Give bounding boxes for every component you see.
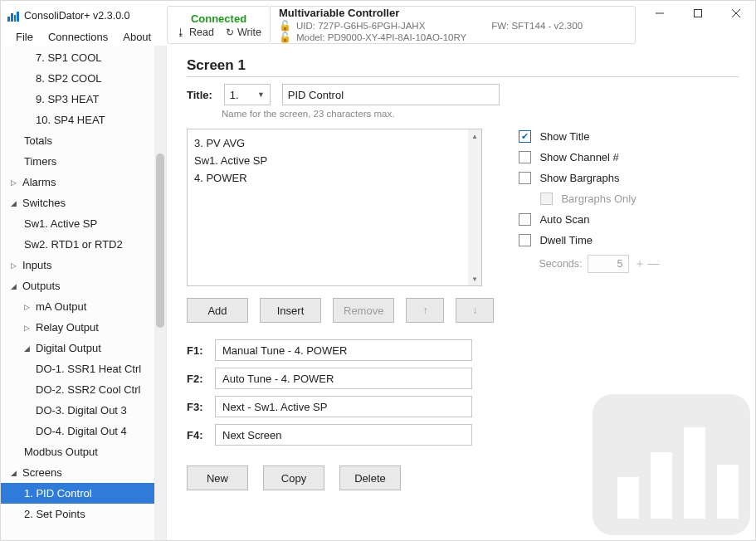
- lock-icon-2: 🔓: [279, 32, 291, 43]
- chevron-right-icon: ▷: [11, 178, 19, 187]
- tree-item[interactable]: 8. SP2 COOL: [1, 68, 154, 89]
- tree-item[interactable]: ▷Inputs: [1, 255, 154, 275]
- insert-button[interactable]: Insert: [260, 298, 321, 323]
- auto-scan-checkbox[interactable]: [519, 213, 531, 226]
- tree-item-label: DO-1. SSR1 Heat Ctrl: [36, 363, 141, 375]
- tree-item-label: Relay Output: [36, 321, 99, 334]
- tree-item-label: 7. SP1 COOL: [36, 51, 101, 64]
- tree-item[interactable]: DO-3. Digital Out 3: [1, 400, 154, 421]
- tree-item[interactable]: ◢Outputs: [1, 275, 154, 296]
- write-button[interactable]: ↻Write: [226, 27, 261, 38]
- svg-rect-6: [651, 452, 672, 519]
- list-item[interactable]: Sw1. Active SP: [194, 152, 475, 169]
- tree-item[interactable]: ▷Alarms: [1, 172, 154, 193]
- screen-items-list[interactable]: 3. PV AVGSw1. Active SP4. POWER ▲ ▼: [187, 129, 482, 286]
- f4-label: F4:: [187, 429, 215, 441]
- svg-rect-7: [684, 427, 705, 519]
- arrow-down-icon: ↓: [472, 305, 477, 316]
- navigation-tree[interactable]: 7. SP1 COOL8. SP2 COOL9. SP3 HEAT10. SP4…: [1, 46, 167, 540]
- device-model: PD9000-XY-4PI-8AI-10AO-10RY: [328, 32, 466, 42]
- tree-item[interactable]: Totals: [1, 130, 154, 151]
- add-button[interactable]: Add: [187, 298, 248, 323]
- main-area: 7. SP1 COOL8. SP2 COOL9. SP3 HEAT10. SP4…: [1, 46, 755, 540]
- tree-item[interactable]: 9. SP3 HEAT: [1, 89, 154, 110]
- connection-status: Connected: [191, 12, 246, 25]
- chevron-down-icon: ◢: [11, 469, 19, 477]
- tree-item[interactable]: 1. PID Control: [1, 483, 154, 504]
- tree-item[interactable]: Sw1. Active SP: [1, 213, 154, 234]
- tree-item-label: Timers: [24, 155, 56, 168]
- tree-item[interactable]: Sw2. RTD1 or RTD2: [1, 234, 154, 255]
- f2-label: F2:: [187, 373, 215, 385]
- remove-button[interactable]: Remove: [333, 298, 394, 323]
- new-button[interactable]: New: [187, 465, 248, 490]
- tree-item[interactable]: 2. Set Points: [1, 504, 154, 524]
- scroll-down-icon[interactable]: ▼: [468, 272, 481, 285]
- tree-item[interactable]: ▷mA Output: [1, 296, 154, 317]
- tree-item[interactable]: ◢Switches: [1, 193, 154, 213]
- list-item[interactable]: 4. POWER: [194, 169, 475, 187]
- maximize-button[interactable]: [679, 1, 717, 26]
- svg-rect-1: [695, 10, 702, 17]
- tree-item[interactable]: Modbus Output: [1, 441, 154, 462]
- title-left: ConsoliDator+ v2.3.0.0: [1, 1, 167, 26]
- connection-status-box: Connected ⭳Read ↻Write: [167, 6, 271, 44]
- app-title: ConsoliDator+ v2.3.0.0: [24, 10, 130, 22]
- tree-item[interactable]: 10. SP4 HEAT: [1, 110, 154, 130]
- chevron-right-icon: ▷: [24, 324, 32, 332]
- list-item[interactable]: 3. PV AVG: [194, 134, 475, 152]
- tree-item-label: Outputs: [22, 280, 61, 292]
- device-info-box: Multivariable Controller 🔓 UID: 727P-G6H…: [271, 6, 636, 44]
- device-fw: SFT144 - v2.300: [511, 21, 583, 31]
- background-bars-icon: [593, 394, 750, 535]
- tree-item[interactable]: DO-1. SSR1 Heat Ctrl: [1, 358, 154, 379]
- f4-select[interactable]: Next Screen: [215, 424, 472, 446]
- copy-button[interactable]: Copy: [263, 465, 324, 490]
- tree-item[interactable]: ◢Screens: [1, 462, 154, 483]
- show-channel-checkbox[interactable]: [519, 151, 531, 163]
- f2-select[interactable]: Auto Tune - 4. POWER: [215, 368, 472, 389]
- f1-select[interactable]: Manual Tune - 4. POWER: [215, 339, 472, 361]
- window-controls: [641, 1, 755, 26]
- lock-icon: 🔓: [279, 20, 291, 32]
- tree-item-label: Totals: [24, 134, 52, 147]
- dwell-time-checkbox[interactable]: [519, 234, 531, 246]
- tree-item-label: DO-3. Digital Out 3: [36, 404, 127, 417]
- screen-number-select[interactable]: 1.▼: [224, 84, 271, 105]
- tree-item-label: Switches: [22, 197, 66, 209]
- tree-item[interactable]: Timers: [1, 151, 154, 172]
- show-title-checkbox[interactable]: ✔: [519, 130, 531, 143]
- tree-item-label: DO-2. SSR2 Cool Ctrl: [36, 383, 140, 396]
- delete-button[interactable]: Delete: [339, 465, 401, 490]
- menu-about[interactable]: About: [116, 27, 158, 46]
- read-button[interactable]: ⭳Read: [176, 27, 214, 38]
- show-bargraphs-checkbox[interactable]: [519, 172, 531, 184]
- tree-item[interactable]: ▷Relay Output: [1, 317, 154, 338]
- seconds-label: Seconds:: [539, 258, 582, 270]
- tree-item-label: Alarms: [22, 176, 56, 188]
- scroll-up-icon[interactable]: ▲: [468, 129, 481, 143]
- app-icon: [7, 10, 19, 22]
- minimize-button[interactable]: [641, 1, 679, 26]
- screen-options: ✔Show Title Show Channel # Show Bargraph…: [517, 129, 661, 273]
- tree-item-label: Digital Output: [36, 342, 101, 354]
- tree-item[interactable]: DO-4. Digital Out 4: [1, 421, 154, 441]
- list-scrollbar[interactable]: ▲ ▼: [468, 129, 481, 285]
- f3-select[interactable]: Next - Sw1. Active SP: [215, 396, 472, 417]
- tree-scrollbar[interactable]: [154, 46, 166, 540]
- tree-item[interactable]: DO-2. SSR2 Cool Ctrl: [1, 379, 154, 400]
- tree-item-label: Screens: [22, 466, 62, 479]
- menu-connections[interactable]: Connections: [41, 27, 115, 46]
- screen-name-input[interactable]: PID Control: [282, 84, 500, 105]
- move-down-button[interactable]: ↓: [456, 298, 494, 323]
- tree-item-label: 10. SP4 HEAT: [36, 114, 105, 126]
- device-uid: 727P-G6H5-6PGH-JAHX: [318, 21, 425, 31]
- close-button[interactable]: [717, 1, 755, 26]
- chevron-down-icon: ◢: [24, 344, 32, 353]
- upload-icon: ↻: [226, 27, 234, 38]
- tree-item-label: Modbus Output: [24, 446, 98, 458]
- tree-item[interactable]: 7. SP1 COOL: [1, 47, 154, 68]
- menu-file[interactable]: File: [9, 27, 40, 46]
- tree-item[interactable]: ◢Digital Output: [1, 338, 154, 358]
- move-up-button[interactable]: ↑: [406, 298, 444, 323]
